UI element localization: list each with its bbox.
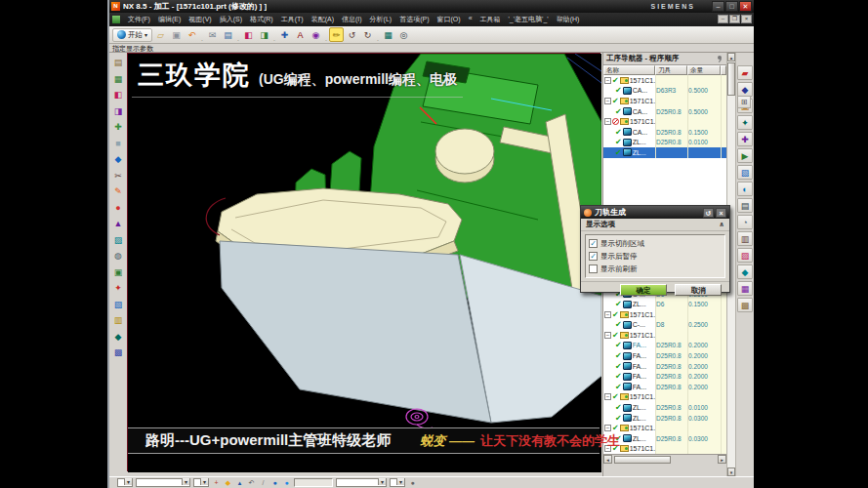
checkbox-row-2[interactable]: 显示前刷新 bbox=[589, 263, 722, 275]
measure-icon[interactable]: ✚ bbox=[277, 27, 292, 42]
dialog-title-bar[interactable]: 刀轨生成 ↺ × bbox=[581, 206, 729, 219]
expander-icon[interactable]: − bbox=[604, 311, 611, 318]
workpiece-icon[interactable]: ▩ bbox=[737, 298, 753, 312]
selection-type-dropdown[interactable] bbox=[117, 478, 133, 487]
left-tool-icon-6[interactable]: ■ bbox=[111, 137, 125, 150]
left-tool-icon-11[interactable]: ▲ bbox=[111, 217, 125, 230]
table-row[interactable]: −✔1571C1... bbox=[603, 75, 726, 86]
snap-intersection-icon[interactable]: ▴ bbox=[235, 479, 244, 487]
checkbox-2[interactable] bbox=[589, 264, 598, 273]
create-tool-icon[interactable]: ◆ bbox=[737, 82, 753, 97]
list-icon[interactable]: ▥ bbox=[737, 231, 753, 246]
left-tool-icon-7[interactable]: ◆ bbox=[111, 152, 125, 166]
snap-arc-icon[interactable]: ↶ bbox=[247, 479, 256, 487]
table-row[interactable]: −✔1571C1... bbox=[603, 444, 726, 454]
table-row[interactable]: ✔CA...D25R0.80.1500 bbox=[603, 127, 726, 138]
mdi-restore-button[interactable]: ❐ bbox=[729, 15, 740, 23]
expander-icon[interactable]: − bbox=[604, 332, 611, 339]
menu-item-13[interactable]: '_'老五电脑'_' bbox=[505, 15, 553, 24]
undo-icon[interactable]: ↶ bbox=[185, 27, 199, 42]
left-tool-icon-14[interactable]: ▣ bbox=[111, 265, 125, 279]
colored-object-icon[interactable]: ◨ bbox=[257, 27, 271, 42]
snap-tangent-icon[interactable]: / bbox=[259, 479, 268, 486]
table-row[interactable]: ✔C-...D80.2500 bbox=[603, 320, 726, 331]
snap-dropdown[interactable] bbox=[193, 478, 209, 487]
left-tool-icon-13[interactable]: ◍ bbox=[111, 249, 125, 263]
open-icon[interactable]: ▱ bbox=[153, 27, 168, 42]
table-row[interactable]: ✔ZL...D25R0.80.0300 bbox=[603, 433, 726, 444]
pin-icon[interactable] bbox=[717, 56, 723, 62]
table-row[interactable]: ✔CA...D25R0.80.5000 bbox=[603, 106, 726, 117]
left-tool-icon-19[interactable]: ▩ bbox=[111, 346, 125, 359]
dialog-close-icon[interactable]: × bbox=[716, 208, 726, 218]
menu-item-3[interactable]: 插入(S) bbox=[216, 15, 246, 24]
table-row[interactable]: ✔FA...D25R0.80.2000 bbox=[603, 382, 726, 392]
maximize-button[interactable]: □ bbox=[725, 1, 738, 12]
left-tool-icon-2[interactable]: ▦ bbox=[111, 72, 125, 86]
optimize-icon[interactable]: ◆ bbox=[737, 264, 753, 279]
column-header-2[interactable]: 余量 bbox=[687, 65, 721, 75]
checkbox-1[interactable]: ✓ bbox=[589, 252, 598, 261]
ok-button[interactable]: 确定 bbox=[620, 284, 667, 296]
rotate-right-icon[interactable]: ↻ bbox=[360, 27, 375, 42]
collapse-icon[interactable]: ∧ bbox=[719, 221, 724, 228]
simulate-icon[interactable]: ◐ bbox=[737, 182, 753, 196]
expander-icon[interactable]: − bbox=[604, 98, 611, 104]
checkbox-0[interactable]: ✓ bbox=[589, 239, 598, 248]
snap-point-icon[interactable]: + bbox=[212, 479, 221, 486]
scroll-up-icon[interactable]: ▴ bbox=[727, 53, 735, 61]
sphere-icon[interactable]: ◉ bbox=[309, 27, 323, 42]
clock-icon[interactable]: ◔ bbox=[737, 215, 753, 229]
table-row[interactable]: ✔ZL...D25R0.80.0100 bbox=[603, 138, 726, 148]
menu-item-7[interactable]: 信息(I) bbox=[338, 15, 366, 24]
table-row[interactable]: ✔FA...D25R0.80.2000 bbox=[603, 361, 726, 372]
table-row[interactable]: ✔ZL...D25R0.80.0300 bbox=[603, 413, 726, 424]
menu-item-5[interactable]: 工具(T) bbox=[277, 15, 308, 24]
left-tool-icon-10[interactable]: ● bbox=[111, 201, 125, 215]
shop-doc-icon[interactable]: ▦ bbox=[737, 281, 753, 296]
clamp-tool-icon[interactable]: ⊞ bbox=[737, 96, 751, 108]
table-row[interactable]: −✔1571C1... bbox=[603, 423, 726, 433]
menu-item-6[interactable]: 装配(A) bbox=[308, 15, 338, 24]
postprocess-icon[interactable]: ▤ bbox=[737, 198, 753, 213]
menu-item-11[interactable]: « bbox=[465, 15, 476, 24]
menu-item-1[interactable]: 编辑(E) bbox=[154, 15, 185, 24]
table-row[interactable]: −✔1571C1... bbox=[603, 309, 726, 320]
expander-icon[interactable]: − bbox=[604, 118, 611, 125]
vscroll-thumb[interactable] bbox=[727, 62, 735, 96]
mdi-minimize-button[interactable]: – bbox=[718, 15, 728, 23]
dialog-reset-icon[interactable]: ↺ bbox=[703, 208, 714, 218]
left-tool-icon-3[interactable]: ◧ bbox=[111, 88, 125, 102]
menu-item-9[interactable]: 首选项(P) bbox=[395, 15, 433, 24]
menu-item-10[interactable]: 窗口(O) bbox=[434, 15, 465, 24]
layout-icon[interactable]: ▤ bbox=[221, 27, 235, 42]
globe2-icon[interactable]: ● bbox=[282, 479, 291, 486]
graphics-viewport[interactable]: 三玖学院 (UG编程、powermill编程、电极 路明---UG+powerm… bbox=[127, 53, 600, 471]
left-tool-icon-9[interactable]: ✎ bbox=[111, 184, 125, 198]
brush-icon[interactable]: ✏ bbox=[329, 27, 344, 42]
left-tool-icon-15[interactable]: ✦ bbox=[111, 281, 125, 295]
shaded-object-icon[interactable]: ◧ bbox=[241, 27, 256, 42]
checkbox-row-0[interactable]: ✓显示切削区域 bbox=[589, 237, 722, 250]
left-tool-icon-5[interactable]: ✚ bbox=[111, 120, 125, 134]
menu-item-0[interactable]: 文件(F) bbox=[124, 15, 154, 24]
feedrate-icon[interactable]: ▨ bbox=[737, 248, 753, 263]
left-tool-icon-8[interactable]: ✂ bbox=[111, 169, 125, 183]
scroll-down-icon[interactable]: ▾ bbox=[727, 468, 735, 476]
menu-item-2[interactable]: 视图(V) bbox=[185, 15, 215, 24]
table-row[interactable]: ✔CA...D63R30.5000 bbox=[603, 86, 726, 97]
column-header-1[interactable]: 刀具 bbox=[655, 65, 687, 75]
mail-window-icon[interactable]: ✉ bbox=[205, 27, 220, 42]
navigator-hscrollbar[interactable]: ◂ ▸ bbox=[603, 454, 726, 464]
menu-item-12[interactable]: 工具箱 bbox=[476, 15, 505, 24]
column-header-0[interactable]: 名称 bbox=[603, 65, 655, 75]
left-tool-icon-1[interactable]: ▤ bbox=[111, 56, 125, 69]
table-row[interactable]: −✔1571C1... bbox=[603, 392, 726, 403]
menu-item-4[interactable]: 格式(R) bbox=[246, 15, 277, 24]
table-row[interactable]: ✔FA...D25R0.80.2000 bbox=[603, 371, 726, 382]
table-row[interactable]: ✔ZL...D60.1500 bbox=[603, 299, 726, 309]
scroll-right-icon[interactable]: ▸ bbox=[718, 455, 726, 464]
left-tool-icon-12[interactable]: ▨ bbox=[111, 233, 125, 247]
close-button[interactable]: ✕ bbox=[739, 1, 752, 12]
create-operation-icon[interactable]: ✚ bbox=[737, 132, 753, 146]
